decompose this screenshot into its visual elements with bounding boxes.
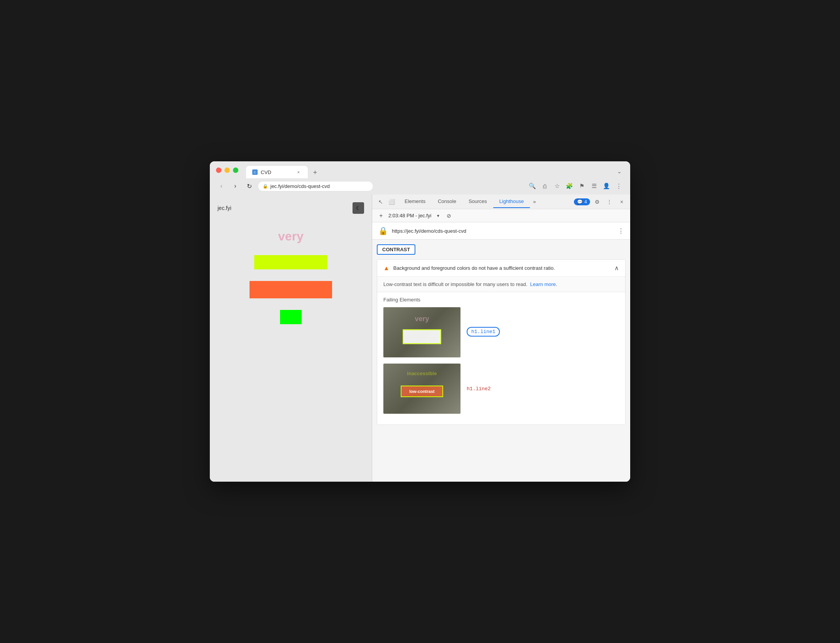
window-controls: [216, 168, 238, 173]
tab-end: ⌄: [615, 167, 624, 178]
thumb2-highlight: low-contrast: [401, 386, 443, 397]
word-low-contrast: low-contrast: [250, 281, 332, 298]
tab-sources[interactable]: Sources: [462, 195, 493, 208]
maximize-window-button[interactable]: [233, 168, 238, 173]
bookmark-button[interactable]: ☆: [552, 181, 562, 191]
more-button[interactable]: ⋮: [613, 181, 624, 191]
flag-button[interactable]: ⚑: [576, 181, 587, 191]
audit-title: Background and foreground colors do not …: [393, 265, 611, 271]
address-bar: ‹ › ↻ 🔒 jec.fyi/demo/cds-quest-cvd 🔍 ⎙ ☆…: [210, 178, 630, 195]
audit-description: Low-contrast text is difficult or imposs…: [377, 277, 625, 292]
comment-icon: 💬: [577, 199, 583, 205]
devtools-close-button[interactable]: ×: [616, 196, 627, 207]
failing-elements-title: Failing Elements: [383, 297, 619, 303]
lighthouse-content[interactable]: CONTRAST ▲ Background and foreground col…: [372, 240, 630, 482]
url-text: jec.fyi/demo/cds-quest-cvd: [270, 183, 330, 189]
tab-favicon: C: [252, 169, 258, 175]
url-bar[interactable]: 🔒 jec.fyi/demo/cds-quest-cvd: [258, 181, 373, 191]
comment-count: 4: [584, 199, 587, 205]
selector-text-2[interactable]: h1.line2: [467, 386, 491, 392]
browser-window: C CVD × + ⌄ ‹ › ↻ 🔒 jec.fyi/demo/cds-que…: [210, 161, 630, 482]
devtools-sub-toolbar: + 2:03:48 PM - jec.fyi ▾ ⊘: [372, 209, 630, 222]
tab-lighthouse[interactable]: Lighthouse: [493, 195, 530, 208]
failing-elements: Failing Elements very h1.line1: [377, 292, 625, 425]
failing-element-row-2: inaccessible low-contrast h1.line2: [383, 364, 619, 414]
element-selector-1: h1.line1: [467, 327, 500, 338]
forward-button[interactable]: ›: [230, 181, 241, 191]
settings-button[interactable]: ⚙: [592, 196, 602, 207]
word-very: very: [278, 229, 304, 244]
new-tab-button[interactable]: +: [309, 167, 321, 178]
site-name: jec.fyi: [218, 205, 231, 211]
audit-header: ▲ Background and foreground colors do no…: [377, 260, 625, 277]
more-tabs-button[interactable]: »: [530, 196, 539, 208]
title-bar: C CVD × + ⌄: [210, 161, 630, 178]
timestamp-dropdown-button[interactable]: ▾: [434, 212, 442, 220]
lock-icon: 🔒: [263, 184, 268, 189]
browser-tab[interactable]: C CVD ×: [246, 166, 308, 178]
audit-collapse-button[interactable]: ∧: [614, 264, 619, 272]
devtools-more-button[interactable]: ⋮: [604, 196, 615, 207]
page-header: jec.fyi ☾: [218, 202, 364, 214]
learn-more-link[interactable]: Learn more: [530, 281, 556, 287]
element-selector-2: h1.line2: [467, 386, 491, 392]
add-report-button[interactable]: +: [377, 212, 385, 220]
minimize-window-button[interactable]: [224, 168, 230, 173]
search-button[interactable]: 🔍: [527, 181, 538, 191]
tab-close-button[interactable]: ×: [295, 169, 302, 175]
browser-actions: 🔍 ⎙ ☆ 🧩 ⚑ ☰ 👤 ⋮: [527, 181, 624, 191]
devtools-right-actions: 💬 4 ⚙ ⋮ ×: [574, 196, 627, 207]
device-mode-button[interactable]: ⬜: [386, 196, 397, 207]
report-timestamp: 2:03:48 PM - jec.fyi: [388, 213, 431, 218]
element-thumbnail-1: very: [383, 307, 460, 357]
thumb-text-overlay-1: very: [383, 315, 460, 323]
devtools-toolbar: ↖ ⬜ Elements Console Sources Lighthouse …: [372, 195, 630, 209]
profile-button[interactable]: 👤: [601, 181, 612, 191]
cancel-button[interactable]: ⊘: [445, 212, 453, 220]
tab-elements[interactable]: Elements: [398, 195, 432, 208]
report-url: https://jec.fyi/demo/cds-quest-cvd: [392, 228, 614, 234]
tabs-menu-button[interactable]: ⌄: [615, 167, 624, 176]
report-more-button[interactable]: ⋮: [618, 227, 624, 235]
word-inaccessible: inaccessible: [254, 255, 327, 269]
reload-button[interactable]: ↻: [244, 181, 255, 191]
main-content: jec.fyi ☾ very inaccessible low-contrast…: [210, 195, 630, 482]
tab-bar: C CVD × +: [246, 166, 321, 178]
audit-description-text: Low-contrast text is difficult or imposs…: [383, 281, 527, 287]
page-words: very inaccessible low-contrast text: [218, 222, 364, 324]
word-text: text: [280, 310, 302, 324]
contrast-badge[interactable]: CONTRAST: [377, 244, 415, 255]
back-button[interactable]: ‹: [216, 181, 227, 191]
report-header: 🔒 https://jec.fyi/demo/cds-quest-cvd ⋮: [372, 222, 630, 240]
close-window-button[interactable]: [216, 168, 221, 173]
element-thumbnail-2: inaccessible low-contrast: [383, 364, 460, 414]
tab-console[interactable]: Console: [432, 195, 462, 208]
thumb-inaccessible: inaccessible: [387, 371, 457, 376]
thumb-highlight-1: [403, 329, 441, 344]
share-button[interactable]: ⎙: [539, 181, 550, 191]
report-lock-icon: 🔒: [378, 226, 388, 235]
selector-text-1[interactable]: h1.line1: [467, 327, 500, 337]
audit-warning-icon: ▲: [383, 265, 390, 272]
tab-title: CVD: [261, 169, 271, 175]
failing-element-row: very h1.line1: [383, 307, 619, 357]
devtools-tabs: Elements Console Sources Lighthouse »: [398, 195, 574, 208]
sidebar-button[interactable]: ☰: [589, 181, 599, 191]
comment-badge[interactable]: 💬 4: [574, 198, 590, 205]
inspect-element-button[interactable]: ↖: [375, 196, 386, 207]
dark-mode-button[interactable]: ☾: [353, 202, 364, 214]
period: .: [556, 281, 557, 287]
page-content: jec.fyi ☾ very inaccessible low-contrast…: [210, 195, 372, 482]
extension-button[interactable]: 🧩: [564, 181, 575, 191]
devtools-panel: ↖ ⬜ Elements Console Sources Lighthouse …: [372, 195, 630, 482]
audit-item: ▲ Background and foreground colors do no…: [377, 259, 626, 425]
